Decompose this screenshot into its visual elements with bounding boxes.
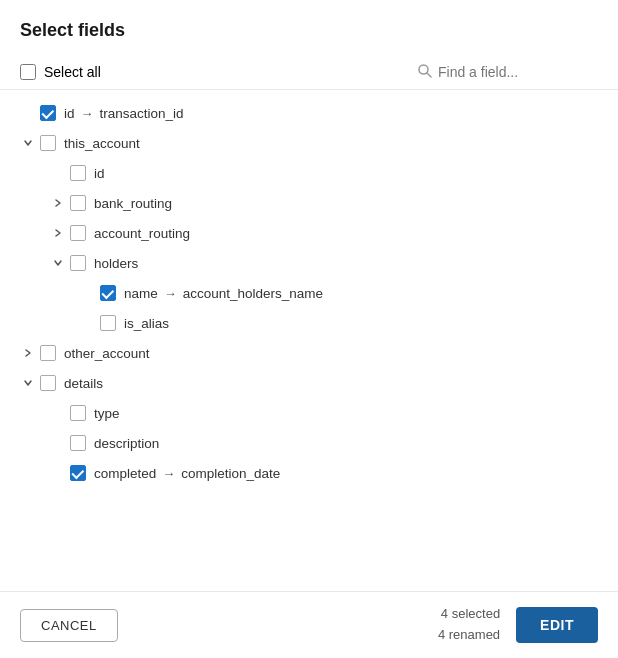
field-name-label: completed xyxy=(94,466,156,481)
select-fields-dialog: Select fields Select all id→transaction_… xyxy=(0,0,618,658)
field-row[interactable]: description xyxy=(0,428,618,458)
field-name-label: type xyxy=(94,406,120,421)
field-row[interactable]: other_account xyxy=(0,338,618,368)
field-checkbox[interactable] xyxy=(70,465,86,481)
field-checkbox[interactable] xyxy=(70,225,86,241)
field-row[interactable]: id xyxy=(0,158,618,188)
field-name-label: id xyxy=(94,166,105,181)
field-checkbox[interactable] xyxy=(70,165,86,181)
field-row[interactable]: type xyxy=(0,398,618,428)
field-checkbox[interactable] xyxy=(40,135,56,151)
cancel-button[interactable]: CANCEL xyxy=(20,609,118,642)
field-checkbox[interactable] xyxy=(70,435,86,451)
chevron-icon[interactable] xyxy=(50,255,66,271)
field-checkbox[interactable] xyxy=(100,285,116,301)
renamed-field-label: completion_date xyxy=(181,466,280,481)
field-name-label: name xyxy=(124,286,158,301)
select-all-label: Select all xyxy=(44,64,101,80)
field-name-label: is_alias xyxy=(124,316,169,331)
field-row[interactable]: id→transaction_id xyxy=(0,98,618,128)
selected-count: 4 selected xyxy=(438,604,500,625)
field-name-label: details xyxy=(64,376,103,391)
field-row[interactable]: holders xyxy=(0,248,618,278)
renamed-field-label: account_holders_name xyxy=(183,286,323,301)
field-name-label: description xyxy=(94,436,159,451)
footer-right: 4 selected 4 renamed EDIT xyxy=(438,604,598,646)
field-checkbox[interactable] xyxy=(40,105,56,121)
field-name-label: id xyxy=(64,106,75,121)
toolbar: Select all xyxy=(0,55,618,90)
field-name-label: holders xyxy=(94,256,138,271)
svg-line-1 xyxy=(427,73,431,77)
field-checkbox[interactable] xyxy=(100,315,116,331)
rename-arrow-icon: → xyxy=(162,466,175,481)
field-checkbox[interactable] xyxy=(70,255,86,271)
chevron-icon[interactable] xyxy=(20,345,36,361)
rename-arrow-icon: → xyxy=(81,106,94,121)
search-area xyxy=(417,63,598,81)
field-row[interactable]: details xyxy=(0,368,618,398)
chevron-icon[interactable] xyxy=(20,375,36,391)
field-name-label: other_account xyxy=(64,346,150,361)
field-row[interactable]: this_account xyxy=(0,128,618,158)
fields-list: id→transaction_idthis_accountidbank_rout… xyxy=(0,90,618,591)
field-row[interactable]: bank_routing xyxy=(0,188,618,218)
select-all-area: Select all xyxy=(20,64,405,80)
renamed-field-label: transaction_id xyxy=(100,106,184,121)
chevron-icon[interactable] xyxy=(20,135,36,151)
field-row[interactable]: name→account_holders_name xyxy=(0,278,618,308)
search-icon xyxy=(417,63,432,81)
field-name-label: bank_routing xyxy=(94,196,172,211)
rename-arrow-icon: → xyxy=(164,286,177,301)
field-checkbox[interactable] xyxy=(40,375,56,391)
field-name-label: account_routing xyxy=(94,226,190,241)
footer: CANCEL 4 selected 4 renamed EDIT xyxy=(0,591,618,658)
search-input[interactable] xyxy=(438,64,598,80)
renamed-count: 4 renamed xyxy=(438,625,500,646)
edit-button[interactable]: EDIT xyxy=(516,607,598,643)
select-all-checkbox[interactable] xyxy=(20,64,36,80)
field-checkbox[interactable] xyxy=(70,195,86,211)
footer-stats: 4 selected 4 renamed xyxy=(438,604,500,646)
field-checkbox[interactable] xyxy=(40,345,56,361)
field-name-label: this_account xyxy=(64,136,140,151)
field-row[interactable]: account_routing xyxy=(0,218,618,248)
field-row[interactable]: is_alias xyxy=(0,308,618,338)
field-row[interactable]: completed→completion_date xyxy=(0,458,618,488)
field-checkbox[interactable] xyxy=(70,405,86,421)
chevron-icon[interactable] xyxy=(50,195,66,211)
chevron-icon[interactable] xyxy=(50,225,66,241)
dialog-title: Select fields xyxy=(0,0,618,55)
